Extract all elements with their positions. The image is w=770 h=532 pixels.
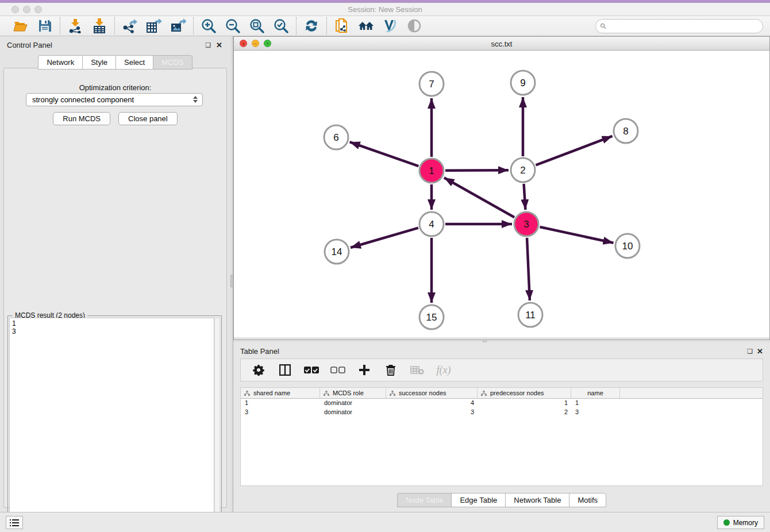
table-cell[interactable]: 3 bbox=[386, 408, 478, 417]
table-cell[interactable]: 1 bbox=[241, 399, 320, 408]
edge-3-11[interactable] bbox=[527, 238, 530, 300]
float-panel-icon[interactable]: ❑ bbox=[205, 41, 211, 49]
zoom-in-button[interactable] bbox=[201, 18, 217, 34]
network-view-window: x – + scc.txt 7968124314101511 bbox=[233, 36, 770, 340]
table-cell[interactable]: 3 bbox=[241, 408, 320, 417]
close-panel-icon[interactable]: ✕ bbox=[216, 41, 222, 49]
tab-network[interactable]: Network bbox=[38, 55, 82, 70]
show-columns-icon[interactable] bbox=[278, 363, 292, 377]
node-table[interactable]: shared nameMCDS rolesuccessor nodesprede… bbox=[240, 387, 763, 486]
graph-node-label-15: 15 bbox=[426, 312, 437, 323]
search-input[interactable] bbox=[606, 21, 763, 32]
open-session-button[interactable] bbox=[13, 18, 29, 34]
edge-1-2[interactable] bbox=[445, 170, 509, 171]
network-window-titlebar[interactable]: x – + scc.txt bbox=[234, 37, 769, 51]
column-header-MCDS-role[interactable]: MCDS role bbox=[320, 388, 386, 398]
table-cell[interactable]: 3 bbox=[571, 408, 620, 417]
graph-node-label-11: 11 bbox=[525, 310, 536, 321]
graph-node-label-1: 1 bbox=[429, 165, 434, 176]
graph-node-label-2: 2 bbox=[520, 165, 525, 176]
table-cell[interactable]: 1 bbox=[478, 399, 571, 408]
tab-style[interactable]: Style bbox=[82, 55, 116, 70]
hide-selected-button[interactable] bbox=[382, 18, 398, 34]
mcds-result-text[interactable]: 1 3 bbox=[9, 318, 214, 530]
edge-1-6[interactable] bbox=[350, 142, 419, 166]
window-title: Session: New Session bbox=[0, 5, 770, 14]
tab-network-table[interactable]: Network Table bbox=[505, 493, 569, 507]
show-all-button[interactable] bbox=[406, 18, 422, 34]
export-network-button[interactable] bbox=[122, 18, 138, 34]
select-all-icon[interactable] bbox=[304, 363, 319, 377]
control-panel: Control Panel ❑ ✕ NetworkStyleSelectMCDS… bbox=[0, 36, 230, 512]
settings-gear-icon[interactable] bbox=[251, 363, 266, 377]
table-cell[interactable]: 1 bbox=[571, 399, 620, 408]
network-canvas[interactable]: 7968124314101511 bbox=[234, 51, 769, 337]
edge-2-8[interactable] bbox=[536, 136, 612, 165]
add-column-icon[interactable] bbox=[357, 363, 372, 377]
tab-node-table[interactable]: Node Table bbox=[397, 493, 452, 507]
first-neighbors-button[interactable] bbox=[358, 18, 374, 34]
edge-4-14[interactable] bbox=[351, 228, 418, 248]
control-panel-title: Control Panel bbox=[7, 41, 52, 49]
memory-button[interactable]: Memory bbox=[717, 516, 764, 529]
table-panel-tabs: Node TableEdge TableNetwork TableMotifs bbox=[233, 493, 770, 507]
edge-2-3[interactable] bbox=[524, 184, 526, 210]
column-type-icon bbox=[324, 391, 329, 396]
deselect-all-icon[interactable] bbox=[330, 363, 345, 377]
column-header-shared-name[interactable]: shared name bbox=[241, 388, 320, 398]
close-panel-button[interactable]: Close panel bbox=[118, 112, 178, 125]
edge-3-1[interactable] bbox=[444, 178, 514, 217]
column-type-icon bbox=[244, 391, 250, 396]
column-header-name[interactable]: name bbox=[571, 388, 620, 398]
function-builder-icon[interactable]: f(x) bbox=[436, 363, 451, 377]
float-table-panel-icon[interactable]: ❑ bbox=[747, 348, 753, 355]
import-table-button[interactable] bbox=[91, 18, 107, 34]
zoom-out-button[interactable] bbox=[225, 18, 241, 34]
delete-column-trash-icon[interactable] bbox=[383, 363, 398, 377]
table-panel: Table Panel ❑ ✕ bbox=[233, 342, 770, 512]
graph-node-label-4: 4 bbox=[429, 219, 434, 230]
apply-layout-button[interactable] bbox=[303, 18, 319, 34]
tab-motifs[interactable]: Motifs bbox=[569, 493, 606, 507]
search-box[interactable]: ⚲ bbox=[595, 19, 763, 33]
graph-node-label-8: 8 bbox=[623, 126, 628, 137]
task-history-button[interactable] bbox=[6, 516, 23, 529]
column-type-icon bbox=[481, 391, 487, 396]
memory-label: Memory bbox=[733, 519, 758, 527]
table-cell[interactable]: 2 bbox=[478, 408, 571, 417]
table-cell[interactable]: dominator bbox=[320, 399, 386, 408]
zoom-selected-button[interactable] bbox=[273, 18, 289, 34]
save-session-button[interactable] bbox=[37, 18, 53, 34]
run-mcds-button[interactable]: Run MCDS bbox=[53, 112, 110, 125]
clone-network-button[interactable] bbox=[334, 18, 350, 34]
tab-select[interactable]: Select bbox=[116, 55, 153, 70]
import-network-button[interactable] bbox=[67, 18, 83, 34]
edge-3-10[interactable] bbox=[540, 227, 613, 243]
status-bar: Memory bbox=[0, 512, 770, 532]
zoom-fit-button[interactable] bbox=[249, 18, 265, 34]
table-cell[interactable]: dominator bbox=[320, 408, 386, 417]
optimization-criterion-select[interactable]: strongly connected component bbox=[26, 93, 203, 106]
tab-mcds[interactable]: MCDS bbox=[153, 55, 192, 70]
export-image-button[interactable] bbox=[170, 18, 186, 34]
column-header-successor-nodes[interactable]: successor nodes bbox=[386, 388, 478, 398]
memory-status-icon bbox=[723, 519, 730, 526]
table-cell[interactable]: 4 bbox=[386, 399, 478, 408]
table-row[interactable]: 3dominator323 bbox=[241, 408, 763, 417]
mcds-tab-content: Optimization criterion: strongly connect… bbox=[3, 68, 227, 508]
column-header-predecessor-nodes[interactable]: predecessor nodes bbox=[478, 388, 571, 398]
tab-edge-table[interactable]: Edge Table bbox=[451, 493, 505, 507]
table-panel-title: Table Panel bbox=[240, 347, 279, 356]
table-row[interactable]: 1dominator411 bbox=[241, 399, 763, 408]
window-titlebar[interactable]: Session: New Session bbox=[0, 3, 770, 16]
result-scrollbar[interactable] bbox=[214, 318, 220, 530]
graph-node-label-6: 6 bbox=[333, 132, 338, 143]
export-table-button[interactable] bbox=[146, 18, 162, 34]
network-canvas-svg: 7968124314101511 bbox=[234, 51, 769, 337]
graph-node-label-3: 3 bbox=[523, 219, 529, 230]
optimization-criterion-label: Optimization criterion: bbox=[4, 83, 226, 92]
close-table-panel-icon[interactable]: ✕ bbox=[757, 347, 763, 356]
control-panel-tabs: NetworkStyleSelectMCDS bbox=[0, 55, 230, 70]
graph-node-label-9: 9 bbox=[520, 78, 525, 88]
delete-table-icon[interactable] bbox=[410, 363, 425, 377]
